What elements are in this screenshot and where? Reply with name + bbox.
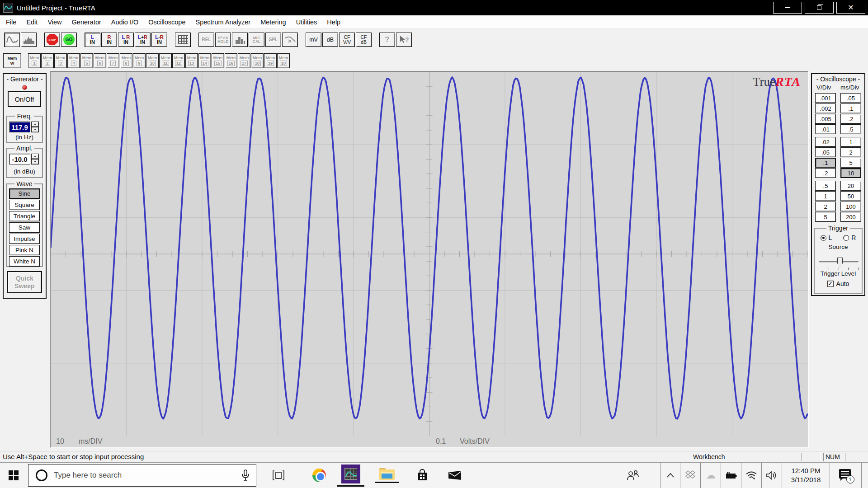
taskbar-store-button[interactable] bbox=[410, 463, 434, 488]
frequency-up-button[interactable]: ▲ bbox=[31, 122, 39, 127]
mem-2-button[interactable]: Mem2 bbox=[41, 53, 54, 68]
microphone-icon[interactable] bbox=[241, 469, 250, 481]
cortana-icon[interactable] bbox=[36, 469, 47, 481]
vdiv-.002-button[interactable]: .002 bbox=[815, 103, 836, 113]
vdiv-.001-button[interactable]: .001 bbox=[815, 93, 836, 103]
menu-view[interactable]: View bbox=[42, 15, 66, 28]
toolbar-lr-in-button[interactable]: L RIN bbox=[118, 33, 134, 47]
bar-meter-button[interactable] bbox=[232, 33, 248, 47]
wifi-tray-button[interactable] bbox=[741, 463, 761, 488]
msdiv-10-button[interactable]: 10 bbox=[840, 168, 861, 178]
mem-10-button[interactable]: Mem10 bbox=[146, 53, 159, 68]
minimize-button[interactable] bbox=[773, 2, 802, 14]
radio-l-icon[interactable] bbox=[821, 235, 826, 241]
mem-5-button[interactable]: Mem5 bbox=[80, 53, 93, 68]
taskbar-search[interactable] bbox=[28, 464, 256, 487]
db-units-button[interactable]: dB bbox=[322, 33, 338, 47]
menu-generator[interactable]: Generator bbox=[67, 15, 106, 28]
dropbox-tray-button[interactable] bbox=[680, 463, 700, 488]
menu-audio-i-o[interactable]: Audio I/O bbox=[106, 15, 143, 28]
mem-9-button[interactable]: Mem9 bbox=[133, 53, 146, 68]
frequency-down-button[interactable]: ▼ bbox=[31, 127, 39, 132]
msdiv-1-button[interactable]: 1 bbox=[840, 137, 861, 147]
vdiv-.2-button[interactable]: .2 bbox=[815, 168, 836, 178]
amplitude-down-button[interactable]: ▼ bbox=[31, 159, 39, 164]
menu-file[interactable]: File bbox=[1, 15, 21, 28]
stop-button[interactable]: STOP bbox=[44, 33, 60, 47]
vdiv-5-button[interactable]: 5 bbox=[815, 212, 836, 222]
taskbar-clock[interactable]: 12:40 PM 3/11/2018 bbox=[782, 463, 830, 488]
msdiv-200-button[interactable]: 200 bbox=[840, 212, 861, 222]
restore-button[interactable] bbox=[805, 2, 834, 14]
msdiv-.2-button[interactable]: .2 bbox=[840, 114, 861, 124]
mem-14-button[interactable]: Mem14 bbox=[198, 53, 211, 68]
task-view-button[interactable] bbox=[266, 463, 291, 488]
wave-pink-n-button[interactable]: Pink N bbox=[9, 245, 40, 255]
msdiv-2-button[interactable]: 2 bbox=[840, 147, 861, 157]
mem-20-button[interactable]: Mem20 bbox=[277, 53, 290, 68]
trigger-auto-checkbox[interactable]: ✓ Auto bbox=[815, 280, 862, 287]
vdiv-.05-button[interactable]: .05 bbox=[815, 147, 836, 157]
mem-18-button[interactable]: Mem18 bbox=[251, 53, 264, 68]
rel-button[interactable]: REL bbox=[198, 33, 214, 47]
context-help-button[interactable]: ? bbox=[396, 33, 412, 47]
mem-1-button[interactable]: Mem1 bbox=[28, 53, 41, 68]
start-button[interactable] bbox=[0, 463, 27, 488]
wave-sine-button[interactable]: Sine bbox=[9, 188, 40, 199]
wave-impulse-button[interactable]: Impulse bbox=[9, 234, 40, 244]
action-center-button[interactable]: 1 bbox=[830, 463, 861, 488]
mem-13-button[interactable]: Mem13 bbox=[185, 53, 198, 68]
toolbar-l-in-button[interactable]: LIN bbox=[85, 33, 100, 47]
mic-cal-button[interactable]: MICCAL bbox=[249, 33, 264, 47]
spectrum-view-button[interactable] bbox=[21, 33, 37, 47]
msdiv-100-button[interactable]: 100 bbox=[840, 202, 861, 211]
mem-7-button[interactable]: Mem7 bbox=[107, 53, 119, 68]
trigger-source-right[interactable]: R bbox=[843, 234, 856, 241]
msdiv-.05-button[interactable]: .05 bbox=[840, 93, 861, 103]
frequency-input[interactable]: 117.9 bbox=[9, 122, 30, 132]
trigger-source-left[interactable]: L bbox=[821, 234, 832, 241]
show-desktop-button[interactable] bbox=[861, 463, 868, 488]
mem-19-button[interactable]: Mem19 bbox=[264, 53, 277, 68]
amplitude-up-button[interactable]: ▲ bbox=[31, 154, 39, 159]
close-button[interactable]: ✕ bbox=[836, 2, 865, 14]
peak-hold-button[interactable]: PEAKHOLD bbox=[215, 33, 231, 47]
menu-edit[interactable]: Edit bbox=[21, 15, 42, 28]
taskbar-explorer-button[interactable] bbox=[374, 463, 400, 488]
go-button[interactable]: GO bbox=[61, 33, 77, 47]
mv-units-button[interactable]: mV bbox=[306, 33, 321, 47]
taskbar-chrome-button[interactable] bbox=[307, 463, 331, 488]
wave-saw-button[interactable]: Saw bbox=[9, 222, 40, 233]
vdiv-.01-button[interactable]: .01 bbox=[815, 124, 836, 134]
wave-triangle-button[interactable]: Triangle bbox=[9, 211, 40, 221]
mem-4-button[interactable]: Mem4 bbox=[67, 53, 80, 68]
search-input[interactable] bbox=[54, 471, 241, 480]
battery-tray-button[interactable] bbox=[721, 463, 741, 488]
vdiv-.02-button[interactable]: .02 bbox=[815, 137, 836, 147]
onedrive-tray-button[interactable]: ☁ bbox=[700, 463, 721, 488]
msdiv-5-button[interactable]: 5 bbox=[840, 158, 861, 168]
wave-square-button[interactable]: Square bbox=[9, 200, 40, 210]
toolbar-l-r-in-button[interactable]: L-RIN bbox=[151, 33, 167, 47]
mem-17-button[interactable]: Mem17 bbox=[238, 53, 250, 68]
toolbar-r-in-button[interactable]: RIN bbox=[101, 33, 117, 47]
crossover-button[interactable] bbox=[282, 33, 298, 47]
oscilloscope-view-button[interactable] bbox=[4, 33, 20, 47]
trigger-level-slider[interactable] bbox=[819, 258, 859, 267]
quick-sweep-button[interactable]: QuickSweep bbox=[7, 271, 42, 293]
toolbar-l+r-in-button[interactable]: L+RIN bbox=[135, 33, 151, 47]
cf-vv-button[interactable]: CFV/V bbox=[339, 33, 355, 47]
mem-6-button[interactable]: Mem6 bbox=[94, 53, 106, 68]
amplitude-input[interactable]: -10.0 bbox=[9, 154, 30, 164]
spl-button[interactable]: SPL bbox=[265, 33, 281, 47]
cf-db-button[interactable]: CFdB bbox=[356, 33, 372, 47]
msdiv-.1-button[interactable]: .1 bbox=[840, 103, 861, 113]
wave-white-n-button[interactable]: White N bbox=[9, 256, 40, 267]
mem-8-button[interactable]: Mem8 bbox=[120, 53, 132, 68]
menu-help[interactable]: Help bbox=[322, 15, 345, 28]
menu-oscilloscope[interactable]: Oscilloscope bbox=[143, 15, 190, 28]
vdiv-1-button[interactable]: 1 bbox=[815, 191, 836, 201]
vdiv-.1-button[interactable]: .1 bbox=[815, 158, 836, 168]
msdiv-.5-button[interactable]: .5 bbox=[840, 124, 861, 134]
taskbar-truerta-button[interactable] bbox=[338, 463, 363, 488]
